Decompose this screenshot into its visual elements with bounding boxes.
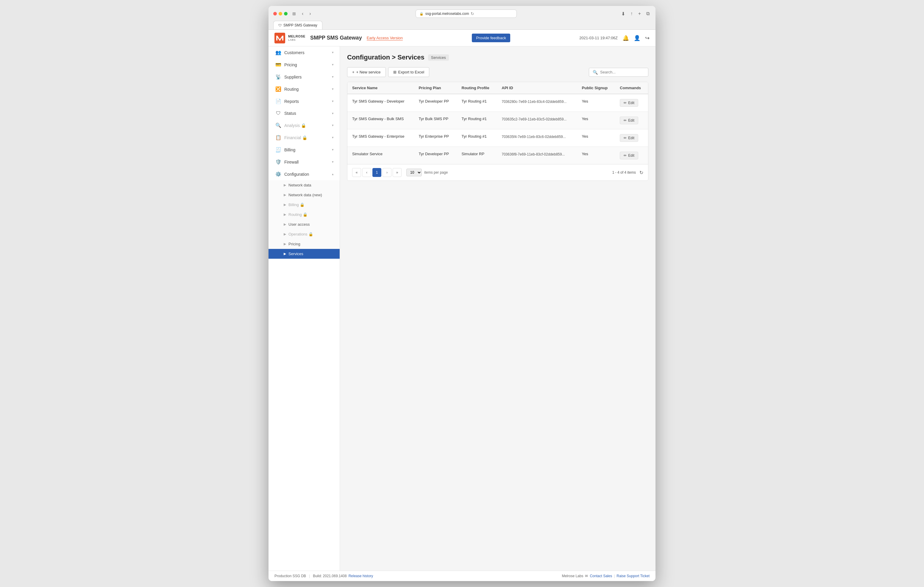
chevron-right-icon: ▶ bbox=[284, 242, 286, 246]
sub-nav-billing[interactable]: ▶ Billing 🔒 bbox=[269, 200, 340, 210]
reload-icon: ↻ bbox=[470, 11, 474, 16]
table-header-row: Service Name Pricing Plan Routing Profil… bbox=[347, 82, 648, 94]
new-service-button[interactable]: + + New service bbox=[347, 67, 386, 77]
prev-page-button[interactable]: ‹ bbox=[362, 168, 371, 177]
chevron-right-icon: ▶ bbox=[284, 222, 286, 226]
sub-nav-label-billing: Billing 🔒 bbox=[289, 202, 305, 207]
table-row: Tyr SMS Gateway - Developer Tyr Develope… bbox=[347, 94, 648, 112]
sidebar-item-suppliers[interactable]: 📡 Suppliers ▾ bbox=[269, 71, 340, 83]
sidebar-item-pricing[interactable]: 💳 Pricing ▾ bbox=[269, 59, 340, 71]
sub-nav-user-access[interactable]: ▶ User access bbox=[269, 219, 340, 229]
sub-nav-pricing[interactable]: ▶ Pricing bbox=[269, 239, 340, 249]
per-page-select[interactable]: 10 25 50 bbox=[406, 169, 422, 176]
chevron-down-icon: ▾ bbox=[332, 51, 334, 54]
cell-pricing-plan: Tyr Bulk SMS PP bbox=[414, 112, 457, 129]
new-tab-button[interactable]: + bbox=[637, 10, 642, 17]
export-excel-button[interactable]: ⊞ Export to Excel bbox=[388, 67, 429, 77]
maximize-button[interactable] bbox=[284, 12, 287, 15]
edit-button[interactable]: ✏ Edit bbox=[620, 117, 638, 124]
sidebar-item-configuration[interactable]: ⚙️ Configuration ▴ bbox=[269, 168, 340, 180]
first-page-button[interactable]: « bbox=[352, 168, 361, 177]
address-bar[interactable]: 🔒 ssg-portal.melroselabs.com ↻ bbox=[416, 10, 517, 18]
last-page-button[interactable]: » bbox=[393, 168, 402, 177]
notifications-button[interactable]: 🔔 bbox=[622, 35, 629, 41]
next-page-button[interactable]: › bbox=[383, 168, 391, 177]
chevron-right-icon: ▶ bbox=[284, 203, 286, 207]
header-timestamp: 2021-03-11 19:47:06Z bbox=[579, 36, 618, 40]
table-row: Tyr SMS Gateway - Bulk SMS Tyr Bulk SMS … bbox=[347, 112, 648, 129]
chevron-right-icon: ▶ bbox=[284, 252, 286, 256]
export-label: Export to Excel bbox=[398, 70, 424, 74]
cell-service-name: Tyr SMS Gateway - Bulk SMS bbox=[347, 112, 414, 129]
chevron-down-icon: ▾ bbox=[332, 87, 334, 91]
sidebar-item-firewall[interactable]: 🛡️ Firewall ▾ bbox=[269, 156, 340, 168]
edit-button[interactable]: ✏ Edit bbox=[620, 152, 638, 159]
sub-nav-network-data[interactable]: ▶ Network data bbox=[269, 180, 340, 190]
footer-melrose-labs: Melrose Labs bbox=[562, 574, 583, 578]
sidebar-item-customers[interactable]: 👥 Customers ▾ bbox=[269, 46, 340, 59]
customers-icon: 👥 bbox=[276, 50, 281, 55]
sub-nav-label-routing: Routing 🔒 bbox=[289, 212, 307, 217]
split-view-button[interactable]: ⧉ bbox=[645, 10, 651, 17]
refresh-button[interactable]: ↻ bbox=[639, 170, 643, 176]
cell-commands: ✏ Edit bbox=[615, 112, 648, 129]
feedback-button[interactable]: Provide feedback bbox=[472, 34, 510, 42]
logout-button[interactable]: ↪ bbox=[645, 35, 650, 41]
sub-nav-routing[interactable]: ▶ Routing 🔒 bbox=[269, 210, 340, 219]
security-icon: 🔒 bbox=[419, 12, 424, 16]
app-title: SMPP SMS Gateway bbox=[310, 35, 362, 41]
pencil-icon: ✏ bbox=[624, 153, 627, 158]
release-history-link[interactable]: Release history bbox=[348, 574, 373, 578]
sidebar-item-status[interactable]: 🛡 Status ▾ bbox=[269, 107, 340, 119]
pagination-bar: « ‹ 1 › » 10 25 50 items bbox=[347, 164, 648, 181]
edit-button[interactable]: ✏ Edit bbox=[620, 134, 638, 142]
search-input[interactable] bbox=[600, 70, 645, 74]
search-box[interactable]: 🔍 bbox=[589, 68, 648, 77]
sidebar-toggle-button[interactable]: ⊞ bbox=[291, 11, 297, 16]
chevron-down-icon: ▾ bbox=[332, 99, 334, 103]
pencil-icon: ✏ bbox=[624, 118, 627, 123]
forward-button[interactable]: › bbox=[308, 10, 312, 17]
contact-sales-link[interactable]: Contact Sales bbox=[590, 574, 612, 578]
footer-separator: | bbox=[309, 574, 310, 578]
sidebar-item-analysis[interactable]: 🔍 Analysis 🔒 ▾ bbox=[269, 119, 340, 132]
user-profile-button[interactable]: 👤 bbox=[634, 35, 640, 41]
cell-routing-profile: Tyr Routing #1 bbox=[457, 94, 497, 112]
traffic-lights[interactable] bbox=[273, 12, 287, 15]
financial-icon: 📋 bbox=[276, 135, 281, 140]
sub-nav-network-data-new[interactable]: ▶ Network data (new) bbox=[269, 190, 340, 200]
chevron-down-icon: ▾ bbox=[332, 136, 334, 140]
early-access-badge[interactable]: Early Access Version bbox=[367, 36, 403, 40]
share-button[interactable]: ↑ bbox=[629, 10, 634, 17]
sub-nav-services[interactable]: ▶ Services bbox=[269, 249, 340, 259]
sidebar-item-financial[interactable]: 📋 Financial 🔒 ▾ bbox=[269, 132, 340, 144]
sidebar-item-routing[interactable]: 🔀 Routing ▾ bbox=[269, 83, 340, 95]
browser-tab[interactable]: 🛡 SMPP SMS Gateway bbox=[273, 21, 322, 30]
tab-title: SMPP SMS Gateway bbox=[284, 23, 317, 27]
back-button[interactable]: ‹ bbox=[301, 10, 305, 17]
sub-nav-operations[interactable]: ▶ Operations 🔒 bbox=[269, 229, 340, 239]
brand-sub: LABS bbox=[288, 38, 305, 41]
cell-service-name: Tyr SMS Gateway - Developer bbox=[347, 94, 414, 112]
page-1-button[interactable]: 1 bbox=[372, 168, 381, 177]
cell-public-signup: Yes bbox=[577, 94, 615, 112]
search-icon: 🔍 bbox=[593, 70, 598, 75]
main-content: Configuration > Services Services + + Ne… bbox=[340, 46, 655, 571]
raise-ticket-link[interactable]: Raise Support Ticket bbox=[617, 574, 650, 578]
routing-icon: 🔀 bbox=[276, 86, 281, 92]
minimize-button[interactable] bbox=[279, 12, 282, 15]
chevron-right-icon: ▶ bbox=[284, 213, 286, 217]
chevron-down-icon: ▾ bbox=[332, 148, 334, 152]
new-service-label: + New service bbox=[356, 70, 381, 74]
app-header: MELROSE LABS SMPP SMS Gateway Early Acce… bbox=[269, 30, 655, 46]
download-button[interactable]: ⬇ bbox=[620, 10, 626, 17]
suppliers-icon: 📡 bbox=[276, 74, 281, 80]
col-service-name: Service Name bbox=[347, 82, 414, 94]
logo-area: MELROSE LABS bbox=[274, 33, 305, 43]
sub-nav-label-pricing: Pricing bbox=[289, 242, 300, 246]
pencil-icon: ✏ bbox=[624, 136, 627, 140]
close-button[interactable] bbox=[273, 12, 277, 15]
sidebar-item-reports[interactable]: 📄 Reports ▾ bbox=[269, 95, 340, 107]
edit-button[interactable]: ✏ Edit bbox=[620, 99, 638, 107]
sidebar-item-billing[interactable]: 🧾 Billing ▾ bbox=[269, 144, 340, 156]
